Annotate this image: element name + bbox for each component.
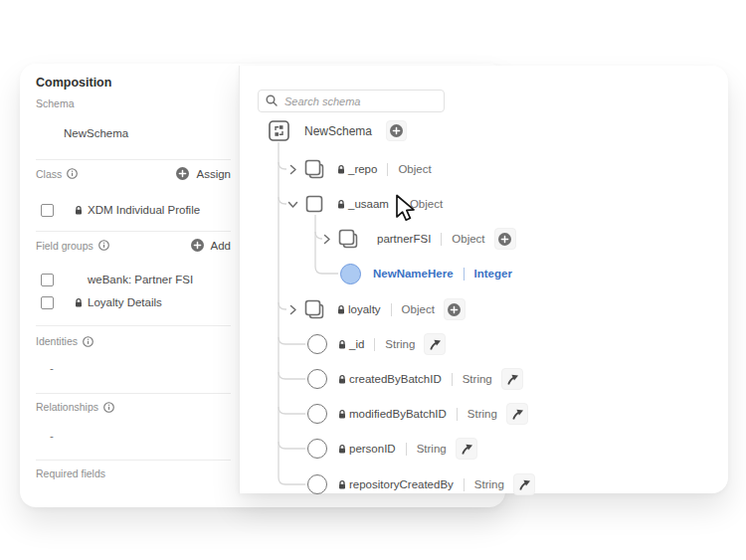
lock-icon: [338, 339, 346, 349]
open-field-button[interactable]: [424, 333, 446, 355]
field-name: _usaam: [348, 198, 389, 210]
field-name: modifiedByBatchID: [349, 408, 447, 420]
add-field-button[interactable]: [494, 228, 516, 250]
root-schema-name: NewSchema: [304, 124, 372, 138]
plus-circle-icon: [498, 233, 511, 246]
open-field-button[interactable]: [513, 473, 535, 495]
search-input[interactable]: [258, 90, 445, 112]
checkbox[interactable]: [41, 274, 54, 286]
checkbox[interactable]: [41, 296, 54, 309]
field-type: String: [385, 338, 415, 350]
panel-title: Composition: [36, 76, 111, 90]
field-type: Object: [452, 233, 484, 245]
field-group-item[interactable]: weBank: Partner FSI: [20, 272, 193, 287]
lock-icon: [75, 297, 83, 307]
divider: [441, 233, 442, 246]
divider: [36, 159, 231, 160]
class-section-label: Class: [36, 168, 78, 180]
schema-editor: Composition Schema NewSchema Class Assig…: [0, 0, 746, 560]
object-group-icon: [303, 298, 325, 320]
arrow-up-right-icon: [510, 407, 524, 421]
field-name: partnerFSI: [377, 233, 431, 245]
tree-row[interactable]: _id String: [306, 332, 446, 356]
arrow-up-right-icon: [517, 477, 531, 491]
field-circle-icon: [307, 334, 327, 354]
lock-icon: [338, 409, 346, 419]
field-type: String: [467, 408, 497, 420]
object-group-icon: [337, 228, 359, 250]
chevron-right-icon[interactable]: [287, 163, 299, 175]
field-name: repositoryCreatedBy: [349, 478, 454, 490]
lock-icon: [338, 479, 346, 489]
identities-section-label: Identities: [36, 335, 93, 347]
field-type: String: [417, 443, 447, 455]
divider: [399, 198, 400, 211]
tree-row[interactable]: modifiedByBatchID String: [306, 402, 528, 426]
divider: [36, 460, 231, 461]
lock-icon: [337, 199, 345, 209]
info-icon: [98, 240, 109, 251]
arrow-up-right-icon: [460, 442, 473, 456]
lock-icon: [338, 374, 346, 384]
field-circle-icon: [307, 404, 327, 424]
tree-row[interactable]: partnerFSI Object: [321, 227, 516, 251]
tree-row[interactable]: _usaam Object: [287, 192, 452, 216]
chevron-right-icon[interactable]: [321, 233, 333, 245]
add-root-field-button[interactable]: [386, 120, 407, 141]
field-type: Object: [410, 198, 443, 210]
field-circle-icon: [307, 439, 327, 459]
schema-name: NewSchema: [64, 127, 128, 139]
divider: [36, 231, 231, 232]
checkbox[interactable]: [41, 204, 54, 217]
lock-icon: [338, 444, 346, 454]
field-type: String: [474, 478, 504, 490]
add-field-button[interactable]: [444, 298, 466, 320]
open-field-button[interactable]: [501, 368, 523, 390]
tree-row[interactable]: loyalty Object: [287, 297, 466, 321]
field-group-item[interactable]: Loyalty Details: [20, 294, 162, 310]
tree-row[interactable]: _repo Object: [287, 157, 441, 181]
lock-icon: [337, 164, 345, 174]
object-group-icon: [303, 158, 325, 180]
arrow-up-right-icon: [505, 372, 519, 386]
class-item-label: XDM Individual Profile: [88, 204, 200, 216]
new-field-circle-icon[interactable]: [340, 264, 361, 284]
divider: [36, 325, 231, 326]
arrow-up-right-icon: [428, 337, 442, 351]
tree-row[interactable]: personID String: [306, 437, 477, 461]
field-name: _repo: [348, 163, 377, 175]
tree-root-row[interactable]: NewSchema: [269, 120, 407, 141]
field-name: personID: [349, 443, 396, 455]
identities-value: -: [50, 362, 54, 374]
field-group-label: Loyalty Details: [88, 296, 162, 308]
class-item[interactable]: XDM Individual Profile: [20, 202, 200, 218]
divider: [36, 393, 231, 394]
field-type: String: [463, 373, 492, 385]
chevron-right-icon[interactable]: [287, 303, 299, 315]
divider: [406, 443, 407, 456]
open-field-button[interactable]: [456, 438, 477, 460]
field-circle-icon: [307, 474, 327, 494]
field-name: loyalty: [348, 303, 381, 315]
object-icon: [303, 194, 325, 214]
plus-circle-icon: [448, 303, 461, 316]
field-name: NewNameHere: [373, 268, 454, 280]
tree-row[interactable]: repositoryCreatedBy String: [306, 472, 535, 496]
plus-circle-icon: [191, 239, 204, 252]
tree-row-selected[interactable]: NewNameHere Integer: [339, 262, 521, 285]
required-fields-section-label: Required fields: [36, 467, 105, 479]
open-field-button[interactable]: [506, 403, 528, 425]
field-group-label: weBank: Partner FSI: [88, 274, 193, 285]
schema-search: [258, 90, 445, 112]
schema-section-label: Schema: [36, 97, 75, 109]
search-icon: [266, 94, 278, 106]
field-groups-section-label: Field groups: [36, 240, 109, 252]
add-field-group-button[interactable]: Add: [191, 239, 231, 252]
field-circle-icon: [307, 369, 327, 389]
relationships-value: -: [50, 430, 54, 442]
lock-icon: [75, 205, 83, 215]
field-type: Object: [402, 303, 435, 315]
assign-class-button[interactable]: Assign: [176, 167, 231, 180]
tree-row[interactable]: createdByBatchID String: [306, 367, 523, 391]
chevron-down-icon[interactable]: [287, 198, 299, 210]
